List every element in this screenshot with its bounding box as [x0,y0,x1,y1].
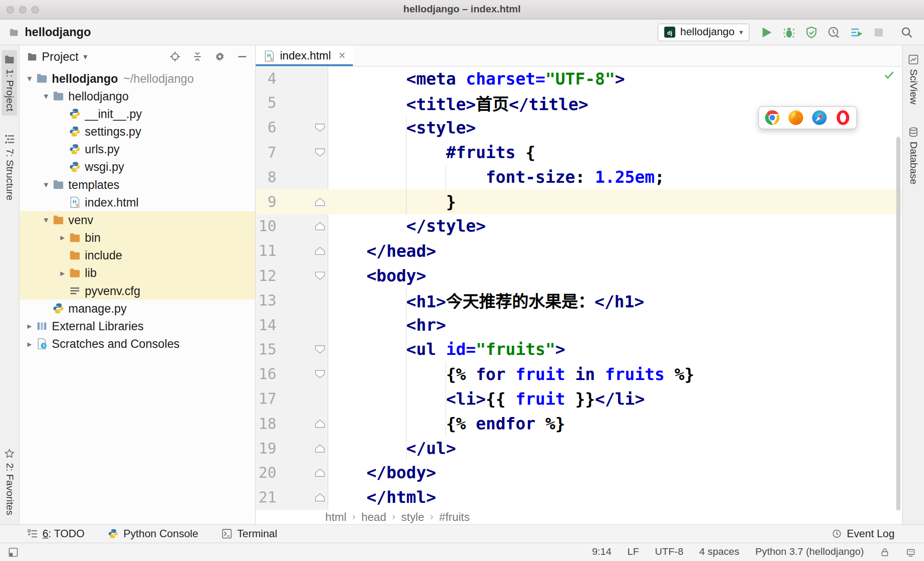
hide-panel-button[interactable] [237,52,247,62]
code-line-18[interactable]: 18 {% endfor %} [256,411,902,436]
chevron-right-icon[interactable]: ▸ [56,268,69,278]
toolwindow-button-terminal[interactable]: Terminal [222,528,277,540]
chevron-right-icon[interactable]: ▸ [56,233,69,243]
status-utf-8[interactable]: UTF-8 [655,546,684,558]
toolwindow-button-event-log[interactable]: Event Log [832,528,895,540]
tree-item-scratches-and-consoles[interactable]: ▸Scratches and Consoles [19,335,255,353]
tree-item-hellodjango[interactable]: ▾hellodjango [19,87,255,105]
debug-button[interactable] [783,26,796,38]
safari-icon[interactable] [811,110,827,125]
tree-item-wsgi-py[interactable]: wsgi.py [19,158,255,176]
tree-item-manage-py[interactable]: manage.py [19,299,255,317]
code-line-9[interactable]: 9 } [256,189,902,214]
chevron-right-icon[interactable]: ▸ [23,321,36,332]
code-line-7[interactable]: 7 #fruits { [256,140,902,165]
fold-up-icon[interactable] [315,222,325,231]
tree-item-hellodjango[interactable]: ▾hellodjango ~/hellodjango [19,70,255,87]
lock-icon[interactable] [880,547,890,557]
inspections-ok-icon[interactable] [884,69,895,81]
tree-item-templates[interactable]: ▾templates [19,176,255,193]
status-4-spaces[interactable]: 4 spaces [699,546,739,558]
code-line-20[interactable]: 20</body> [256,461,902,485]
chevron-down-icon[interactable]: ▾ [40,179,52,190]
tree-item-pyvenv-cfg[interactable]: pyvenv.cfg [19,282,255,299]
status-lf[interactable]: LF [627,546,639,558]
fold-up-icon[interactable] [315,197,325,206]
code-line-21[interactable]: 21</html> [256,485,902,510]
tree-item-external-libraries[interactable]: ▸External Libraries [19,317,255,335]
code-line-19[interactable]: 19 </ul> [256,436,902,461]
breadcrumb-style[interactable]: style [401,511,424,524]
code-line-13[interactable]: 13 <h1>今天推荐的水果是：</h1> [256,288,902,313]
toolwindow-button-6-todo[interactable]: 6: TODO [27,528,84,540]
chevron-down-icon[interactable]: ▾ [40,91,52,101]
chevron-down-icon[interactable]: ▾ [40,215,52,225]
project-panel-title[interactable]: Project [42,50,78,63]
close-window-button[interactable] [7,6,14,13]
opera-icon[interactable] [835,110,851,125]
profiler-button[interactable] [827,26,840,38]
tab-index-html[interactable]: H5 index.html × [256,45,353,66]
tree-item-urls-py[interactable]: urls.py [19,140,255,158]
tree-item-init-py[interactable]: __init__.py [19,105,255,122]
code-line-11[interactable]: 11</head> [256,239,902,263]
toolbar-project-name[interactable]: hellodjango [25,26,91,39]
fold-down-icon[interactable] [315,123,325,132]
tree-item-settings-py[interactable]: settings.py [19,123,255,140]
code-line-12[interactable]: 12<body> [256,263,902,288]
tree-item-index-html[interactable]: H5index.html [19,193,255,211]
firefox-icon[interactable] [788,110,804,125]
hector-icon[interactable] [906,547,916,557]
fold-down-icon[interactable] [315,271,325,280]
locate-file-button[interactable] [170,52,180,62]
breadcrumb-html[interactable]: html [325,511,346,524]
toolwindow-button-7-structure[interactable]: 7: Structure [2,129,17,204]
code-line-17[interactable]: 17 <li>{{ fruit }}</li> [256,387,902,411]
tree-item-include[interactable]: include [19,247,255,264]
stop-button[interactable] [872,26,885,38]
breadcrumb-head[interactable]: head [361,511,386,524]
code-line-16[interactable]: 16 {% for fruit in fruits %} [256,362,902,387]
concurrency-button[interactable] [850,26,862,38]
coverage-button[interactable] [805,26,818,38]
tree-item-lib[interactable]: ▸lib [19,264,255,282]
fold-down-icon[interactable] [315,345,325,354]
chevron-down-icon[interactable]: ▾ [83,52,87,61]
toolwindow-button-1-project[interactable]: 1: Project [2,50,17,115]
settings-button[interactable] [215,52,225,62]
fold-up-icon[interactable] [315,444,325,453]
toolwindow-toggle-icon[interactable] [8,547,18,557]
fold-up-icon[interactable] [315,419,325,428]
run-configuration-select[interactable]: dj hellodjango ▾ [658,23,749,41]
tree-item-venv[interactable]: ▾venv [19,211,255,229]
minimize-window-button[interactable] [19,6,26,13]
code-line-8[interactable]: 8 font-size: 1.25em; [256,165,902,189]
chevron-right-icon[interactable]: ▸ [23,339,36,349]
toolwindow-button-sciview[interactable]: SciView [906,50,921,109]
collapse-all-button[interactable] [192,52,203,62]
fold-up-icon[interactable] [315,469,325,477]
close-tab-icon[interactable]: × [339,49,346,63]
fold-down-icon[interactable] [315,370,325,379]
search-everywhere-icon[interactable] [900,26,913,38]
fold-up-icon[interactable] [315,493,325,502]
run-button[interactable] [760,26,773,38]
breadcrumb-fruits[interactable]: #fruits [439,511,469,524]
code-line-10[interactable]: 10 </style> [256,214,902,239]
code-editor[interactable]: 4 <meta charset="UTF-8">5 <title>首页</tit… [256,66,902,510]
code-line-14[interactable]: 14 <hr> [256,313,902,337]
toolwindow-button-database[interactable]: Database [906,123,921,189]
toolwindow-button-2-favorites[interactable]: 2: Favorites [2,444,17,520]
fold-down-icon[interactable] [315,148,325,157]
code-line-15[interactable]: 15 <ul id="fruits"> [256,337,902,362]
status-9-14[interactable]: 9:14 [592,546,611,558]
zoom-window-button[interactable] [31,6,39,13]
fold-up-icon[interactable] [315,247,325,255]
editor-scrollbar[interactable] [896,137,900,510]
status-python-3-7-hellodjango[interactable]: Python 3.7 (hellodjango) [755,546,864,558]
chrome-icon[interactable] [764,110,780,125]
toolwindow-button-python-console[interactable]: Python Console [108,528,198,540]
chevron-down-icon[interactable]: ▾ [23,73,36,84]
tree-item-bin[interactable]: ▸bin [19,229,255,247]
code-line-4[interactable]: 4 <meta charset="UTF-8"> [256,66,902,91]
